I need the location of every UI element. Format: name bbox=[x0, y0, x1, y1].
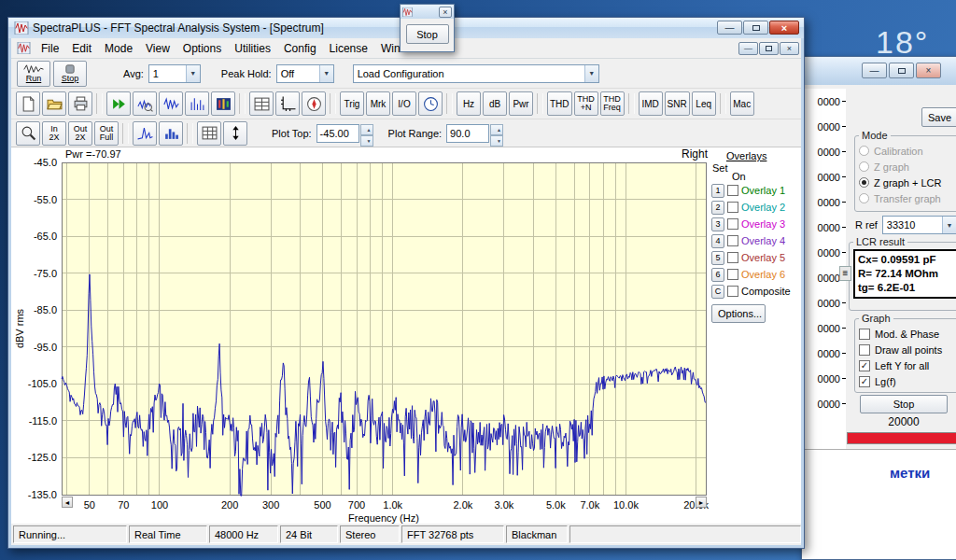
menu-view[interactable]: View bbox=[139, 40, 176, 57]
grip-icon[interactable]: ≡ bbox=[839, 266, 851, 281]
menu-config[interactable]: Config bbox=[277, 40, 323, 57]
mdi-minimize-button[interactable]: — bbox=[738, 42, 758, 55]
thd-n-button[interactable]: THD+N bbox=[574, 91, 598, 116]
thd-button[interactable]: THD bbox=[547, 91, 572, 116]
menu-utilities[interactable]: Utilities bbox=[228, 40, 277, 57]
mdi-close-button[interactable]: × bbox=[780, 42, 799, 55]
magnifier-button[interactable] bbox=[16, 121, 40, 146]
db-button[interactable]: dB bbox=[483, 91, 507, 116]
spectrum-child-icon[interactable] bbox=[17, 42, 31, 54]
imd-button[interactable]: IMD bbox=[639, 91, 663, 116]
vertical-arrows-button[interactable] bbox=[223, 121, 247, 146]
lcr-window-titlebar[interactable]: — × bbox=[802, 57, 956, 85]
overlay-1-set-button[interactable]: 1 bbox=[711, 184, 724, 198]
trig-button[interactable]: Trig bbox=[340, 91, 364, 116]
in-2x-button[interactable]: In2X bbox=[42, 121, 66, 146]
graph-check-left-y-for-all[interactable]: ✓Left Y for all bbox=[859, 357, 956, 373]
mdi-restore-button[interactable] bbox=[759, 42, 779, 55]
spectrum-bars-button[interactable] bbox=[185, 91, 209, 116]
compass-button[interactable] bbox=[302, 91, 326, 116]
plot-top-value[interactable]: -45.00 bbox=[316, 124, 359, 143]
load-configuration-combo[interactable]: Load Configuration▼ bbox=[353, 64, 599, 83]
minimize-button[interactable]: — bbox=[862, 63, 887, 78]
overlay-2-set-button[interactable]: 2 bbox=[711, 201, 724, 215]
stop-button[interactable]: Stop bbox=[860, 395, 948, 413]
overlay-C-on-checkbox[interactable] bbox=[727, 286, 738, 297]
chevron-down-icon[interactable]: ▼ bbox=[186, 65, 200, 82]
mode-radio-z-graph-lcr[interactable]: Z graph + LCR bbox=[859, 175, 956, 190]
overlay-3-set-button[interactable]: 3 bbox=[711, 217, 724, 231]
chevron-down-icon[interactable]: ▼ bbox=[584, 65, 598, 82]
fast-forward-button[interactable] bbox=[106, 91, 131, 116]
mode-radio-transfer-graph[interactable]: Transfer graph bbox=[859, 190, 956, 206]
save-button[interactable]: Save bbox=[921, 107, 956, 127]
overlays-options-button[interactable]: Options... bbox=[711, 304, 766, 323]
printer-button[interactable] bbox=[68, 91, 92, 116]
overlay-4-set-button[interactable]: 4 bbox=[711, 234, 724, 248]
menu-file[interactable]: File bbox=[35, 40, 65, 57]
floating-stop-button[interactable]: Stop bbox=[406, 24, 449, 44]
open-folder-button[interactable] bbox=[42, 91, 66, 116]
overlay-6-on-checkbox[interactable] bbox=[727, 269, 738, 280]
maximize-button[interactable] bbox=[743, 21, 768, 35]
spin-down-icon[interactable]: ▼ bbox=[360, 135, 373, 147]
graph-check-draw-all-points[interactable]: Draw all points bbox=[859, 342, 956, 357]
graph-check-lg-f[interactable]: ✓Lg(f) bbox=[859, 373, 956, 389]
waveform-button[interactable] bbox=[159, 91, 183, 116]
overlay-5-set-button[interactable]: 5 bbox=[711, 251, 724, 265]
menu-options[interactable]: Options bbox=[176, 40, 228, 57]
maximize-button[interactable] bbox=[889, 63, 914, 78]
menu-mode[interactable]: Mode bbox=[98, 40, 139, 57]
graph-check-mod-phase[interactable]: Mod. & Phase bbox=[859, 326, 956, 342]
spin-up-icon[interactable]: ▲ bbox=[360, 124, 373, 135]
rref-combo[interactable]: 33310 ▼ bbox=[882, 216, 956, 234]
chevron-down-icon[interactable]: ▼ bbox=[942, 217, 956, 233]
menu-edit[interactable]: Edit bbox=[65, 40, 98, 57]
wave-magnifier-button[interactable] bbox=[133, 91, 157, 116]
close-button[interactable]: × bbox=[916, 63, 941, 78]
mode-radio-calibration[interactable]: Calibration bbox=[859, 143, 956, 159]
mrk-button[interactable]: Mrk bbox=[366, 91, 390, 116]
spectrum-plot[interactable]: -45.0-55.0-65.0-75.0-85.0-95.0-105.0-115… bbox=[11, 147, 803, 525]
overlay-2-on-checkbox[interactable] bbox=[727, 202, 738, 213]
i-o-button[interactable]: I/O bbox=[392, 91, 416, 116]
snr-button[interactable]: SNR bbox=[665, 91, 690, 116]
plot-range-value[interactable]: 90.0 bbox=[446, 124, 489, 143]
menu-license[interactable]: License bbox=[323, 40, 374, 57]
scroll-left-arrow[interactable]: ◄ bbox=[62, 497, 73, 508]
new-document-button[interactable] bbox=[16, 91, 40, 116]
overlay-6-set-button[interactable]: 6 bbox=[711, 268, 724, 282]
mode-radio-z-graph[interactable]: Z graph bbox=[859, 159, 956, 175]
overlay-C-set-button[interactable]: C bbox=[711, 285, 724, 299]
mac-button[interactable]: Mac bbox=[730, 91, 754, 116]
axis-scale-button[interactable] bbox=[275, 91, 300, 116]
hz-button[interactable]: Hz bbox=[457, 91, 481, 116]
floating-window-titlebar[interactable]: × bbox=[401, 5, 454, 19]
avg-combo[interactable]: 1▼ bbox=[148, 64, 201, 83]
peak-curve-button[interactable] bbox=[133, 121, 157, 146]
overlay-1-on-checkbox[interactable] bbox=[727, 185, 738, 196]
run-button[interactable]: Run bbox=[17, 61, 50, 87]
pwr-button[interactable]: Pwr bbox=[509, 91, 533, 116]
clock-button[interactable] bbox=[418, 91, 443, 116]
out-full-button[interactable]: OutFull bbox=[94, 121, 119, 146]
peak-hold-combo[interactable]: Off▼ bbox=[276, 64, 334, 83]
out-2x-button[interactable]: Out2X bbox=[68, 121, 92, 146]
histogram-button[interactable] bbox=[159, 121, 183, 146]
spin-up-icon[interactable]: ▲ bbox=[490, 124, 503, 135]
minimize-button[interactable]: — bbox=[717, 21, 742, 35]
chevron-down-icon[interactable]: ▼ bbox=[319, 65, 333, 82]
overlay-5-on-checkbox[interactable] bbox=[727, 252, 738, 263]
close-button[interactable]: × bbox=[769, 21, 799, 35]
scroll-right-arrow[interactable]: ► bbox=[696, 497, 707, 508]
stop-button[interactable]: Stop bbox=[53, 61, 87, 87]
spin-down-icon[interactable]: ▼ bbox=[490, 135, 503, 147]
close-icon[interactable]: × bbox=[439, 7, 452, 18]
data-table-button[interactable] bbox=[249, 91, 274, 116]
spectrogram-button[interactable] bbox=[211, 91, 235, 116]
grid-table-button[interactable] bbox=[197, 121, 221, 146]
thd-freq-button[interactable]: THDFreq bbox=[600, 91, 625, 116]
overlay-3-on-checkbox[interactable] bbox=[727, 218, 738, 230]
leq-button[interactable]: Leq bbox=[692, 91, 716, 116]
overlay-4-on-checkbox[interactable] bbox=[727, 235, 738, 246]
